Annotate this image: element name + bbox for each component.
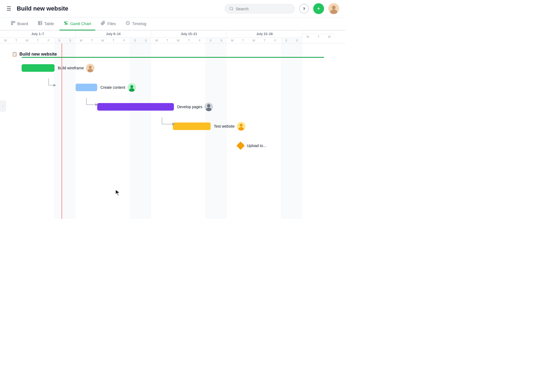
week-label-3: July 15–21: [151, 30, 227, 38]
svg-rect-7: [38, 21, 42, 25]
task-row-upload: Upload to...: [0, 136, 335, 155]
page-title: Build new website: [17, 5, 220, 12]
header: ☰ Build new website ? +: [0, 0, 346, 18]
tab-timelog-label: Timelog: [132, 21, 146, 26]
files-icon: [101, 21, 105, 26]
tab-gantt[interactable]: Gantt Chart: [59, 18, 96, 30]
task-milestone-upload[interactable]: [236, 141, 245, 150]
task-label-test: Test website: [214, 122, 245, 131]
days-row-4: M T W T F S S: [227, 38, 302, 43]
day-F: F: [43, 38, 54, 43]
task-bar-test[interactable]: [173, 122, 211, 130]
tab-board-label: Board: [17, 21, 28, 26]
tab-table-label: Table: [44, 21, 54, 26]
chevron-right-icon: ›: [2, 104, 4, 108]
day-M: M: [0, 38, 11, 43]
day-S2: S: [65, 38, 76, 43]
week-label-4: July 22–28: [227, 30, 302, 38]
day-T: T: [11, 38, 22, 43]
gantt-body[interactable]: 📋 Build new website Build wireframe: [0, 43, 335, 219]
week-group-4: July 22–28 M T W T F S S: [227, 30, 302, 43]
tab-timelog[interactable]: Timelog: [121, 18, 151, 30]
tab-board[interactable]: Board: [6, 18, 32, 30]
svg-point-20: [207, 104, 210, 107]
task-name-test: Test website: [214, 124, 235, 128]
svg-point-24: [240, 124, 243, 127]
task-row-test: Test website: [0, 117, 335, 136]
project-title: 📋 Build new website: [12, 52, 57, 57]
gantt-icon: [64, 21, 68, 26]
timelog-icon: [126, 21, 130, 26]
tab-table[interactable]: Table: [33, 18, 58, 30]
project-row: 📋 Build new website: [0, 43, 335, 58]
days-row-2: M T W T F S S: [76, 38, 151, 43]
day-T2: T: [32, 38, 43, 43]
board-icon: [11, 21, 15, 26]
gantt-container[interactable]: › July 1–7 M T W T F S S July 8–14 M T W…: [0, 30, 346, 387]
collapse-toggle[interactable]: ›: [0, 101, 6, 111]
tab-files[interactable]: Files: [96, 18, 120, 30]
task-avatar-develop: [204, 103, 213, 111]
task-row-wireframe: Build wireframe: [0, 58, 335, 78]
task-name-content: Create content: [100, 85, 125, 90]
task-label-develop: Develop pages: [177, 103, 213, 111]
task-label-content: Create content: [100, 83, 136, 92]
svg-rect-6: [11, 23, 13, 25]
week-group-2: July 8–14 M T W T F S S: [76, 30, 151, 43]
search-bar[interactable]: [225, 4, 295, 13]
day-S: S: [54, 38, 65, 43]
week-label-2: July 8–14: [76, 30, 151, 38]
project-title-text: Build new website: [19, 52, 57, 57]
day-W: W: [22, 38, 32, 43]
svg-point-2: [332, 6, 336, 9]
task-row-content: Create content: [0, 78, 335, 97]
svg-point-16: [130, 85, 133, 88]
svg-rect-9: [65, 23, 67, 24]
task-bar-content[interactable]: [76, 84, 97, 91]
svg-rect-5: [14, 21, 15, 23]
task-avatar-test: [237, 122, 245, 131]
week-label-1: July 1–7: [0, 30, 75, 38]
search-input[interactable]: [236, 6, 290, 11]
add-button[interactable]: +: [313, 3, 324, 14]
today-line: [62, 43, 62, 219]
task-label-wireframe: Build wireframe: [58, 64, 95, 72]
days-row-1: M T W T F S S: [0, 38, 75, 43]
svg-point-0: [230, 7, 233, 10]
week-group-1: July 1–7 M T W T F S S: [0, 30, 76, 43]
svg-rect-8: [64, 22, 66, 23]
task-label-upload: Upload to...: [247, 144, 266, 148]
search-icon: [229, 6, 234, 11]
tab-files-label: Files: [107, 21, 116, 26]
svg-rect-4: [11, 21, 13, 23]
menu-icon[interactable]: ☰: [6, 5, 11, 12]
days-row-3: M T W T F S S: [151, 38, 227, 43]
help-button[interactable]: ?: [299, 4, 309, 13]
tab-bar: Board Table Gantt Chart Files Timelog: [0, 18, 346, 30]
task-avatar-content: [127, 83, 136, 92]
project-icon: 📋: [12, 52, 17, 57]
avatar-image: [328, 3, 339, 14]
avatar[interactable]: [328, 3, 339, 14]
svg-point-12: [89, 66, 92, 69]
task-bar-wireframe[interactable]: [22, 64, 55, 72]
table-icon: [38, 21, 42, 26]
week-group-3: July 15–21 M T W T F S S: [151, 30, 227, 43]
cursor-pointer: [115, 189, 121, 198]
task-row-develop: Develop pages: [0, 97, 335, 117]
week-group-5: M T W: [302, 30, 335, 43]
project-bar[interactable]: [22, 57, 324, 58]
task-name-upload: Upload to...: [247, 144, 266, 148]
gantt-header: July 1–7 M T W T F S S July 8–14 M T W T…: [0, 30, 346, 43]
task-name-develop: Develop pages: [177, 105, 202, 109]
task-avatar-wireframe: [86, 64, 95, 72]
tab-gantt-label: Gantt Chart: [70, 21, 91, 26]
task-bar-develop[interactable]: [97, 103, 174, 111]
